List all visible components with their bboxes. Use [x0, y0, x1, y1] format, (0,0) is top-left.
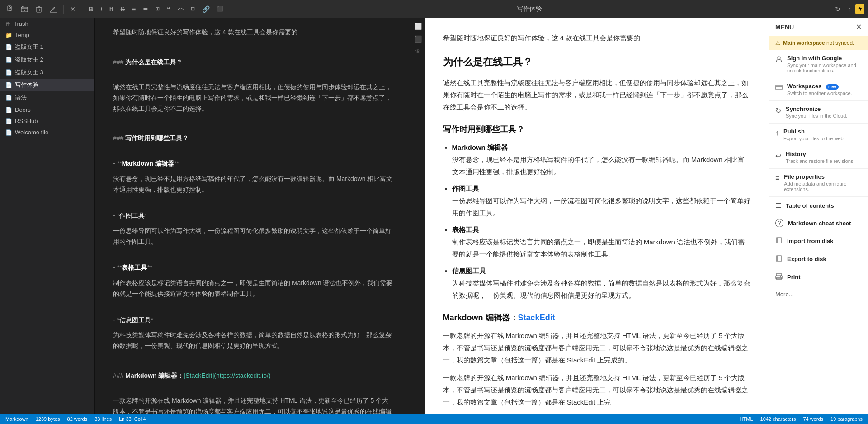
svg-rect-9 [37, 7, 41, 12]
format-heading-button[interactable]: H [107, 4, 116, 14]
file-icon-grammar: 📄 [5, 95, 12, 101]
editor-bullet-3-text: 制作表格应该是标记类语言共同的痛点之一，即便是生而简洁的 Markdown 语法… [113, 278, 393, 300]
list-item-2-title: 作图工具 [452, 185, 479, 192]
menu-item-export[interactable]: Export to disk [769, 250, 868, 268]
format-ordered-button[interactable]: ≣ [140, 4, 151, 14]
list-item-1: Markdown 编辑器 没有悬念，现已经不是用方格纸写稿件的年代了，怎么能没有… [452, 141, 750, 178]
sync-sub: Sync your files in the Cloud. [786, 113, 847, 119]
menu-close-button[interactable]: ✕ [856, 23, 862, 31]
stackedit-link[interactable]: StackEdit [518, 313, 555, 322]
preview-para-3: 一款老牌的开源在线 Markdown 编辑器，并且还完整地支持 HTML 语法，… [443, 372, 750, 408]
sidebar-item-file2[interactable]: 📄 盗版女王 2 [0, 53, 94, 66]
editor-bullet-2: - *作图工具* [113, 210, 393, 221]
menu-item-import[interactable]: Import from disk [769, 232, 868, 250]
preview-para-1: 诚然在线工具完整性与流畅度往往无法与客户端应用相比，但便捷的使用与同步体验却远在… [443, 76, 750, 113]
sidebar-item-welcome[interactable]: 📄 Welcome file [0, 127, 94, 138]
menu-more-button[interactable]: More... [769, 286, 868, 302]
menu-item-synchronize[interactable]: ↻ Synchronize Sync your files in the Clo… [769, 101, 868, 124]
statusbar: Markdown 1239 bytes 82 words 33 lines Ln… [0, 414, 868, 424]
file-icon-welcome: 📄 [5, 129, 12, 136]
editor-heading-2: ### 写作时用到哪些工具？ [113, 133, 393, 144]
menu-item-publish[interactable]: ↑ Publish Export your files to the web. [769, 124, 868, 146]
status-position: Ln 33, Col 4 [119, 416, 146, 422]
menu-item-print[interactable]: Print [769, 268, 868, 286]
close-sidebar-button[interactable]: ✕ [67, 4, 78, 14]
user-icon [775, 56, 783, 65]
format-strike-button[interactable]: S [118, 4, 127, 14]
sidebar-item-temp[interactable]: 📁 Temp [0, 29, 94, 41]
list-item-4-title: 信息图工具 [452, 267, 486, 275]
list-item-3-title: 表格工具 [452, 226, 479, 233]
editor-heading-3: ### Markdown 编辑器：[StackEdit](https://sta… [113, 371, 393, 381]
svg-rect-16 [776, 85, 782, 90]
view-icon-2[interactable]: ⬛ [414, 35, 422, 43]
status-bytes: 1239 bytes [36, 416, 60, 422]
publish-button[interactable]: ↑ [845, 4, 854, 14]
menu-item-file-properties[interactable]: ≡ File properties Add metadata and confi… [769, 169, 868, 197]
publish-sub: Export your files to the web. [783, 136, 845, 141]
sidebar-item-doors[interactable]: 📄 Doors [0, 104, 94, 115]
delete-button[interactable] [33, 4, 45, 14]
menu-panel: MENU ✕ ⚠ Main workspace not synced. Sign… [769, 18, 868, 414]
editor-bullet-4-text: 为科技类媒体写稿件时难免会涉及各种各样的数据，简单的数据自然是以表格的形式为好，… [113, 330, 393, 352]
file-icon-3: 📄 [5, 69, 12, 76]
sidebar-item-grammar[interactable]: 📄 语法 [0, 91, 94, 104]
editor-panel[interactable]: 希望随时随地保证良好的写作体验，这 4 款在线工具会是你需要的 ### 为什么是… [95, 18, 411, 414]
list-item-3-text: 制作表格应该是标记类语言共同的痛点之一，即便是生而简洁的 Markdown 语法… [452, 238, 745, 258]
sidebar-item-rsshub[interactable]: 📄 RSSHub [0, 115, 94, 127]
format-table-button[interactable]: ⊟ [188, 4, 198, 14]
new-file-button[interactable] [4, 4, 16, 14]
publish-title: Publish [783, 128, 845, 135]
format-quote-button[interactable]: ❝ [164, 4, 173, 14]
status-paragraphs: 19 paragraphs [830, 416, 863, 422]
history-title: History [786, 151, 854, 157]
svg-point-15 [778, 57, 780, 59]
history-icon: ↩ [775, 152, 781, 160]
new-folder-button[interactable] [18, 4, 31, 14]
publish-menu-icon: ↑ [775, 129, 779, 137]
format-italic-button[interactable]: I [98, 4, 105, 14]
rename-button[interactable] [47, 4, 60, 14]
editor-bullet-2-text: 一份思维导图可以作为写作大纲，一份流程图可简化很多繁琐的说明文字，这些都依赖于一… [113, 226, 393, 248]
format-bold-button[interactable]: B [86, 4, 96, 14]
format-tasklist-button[interactable]: ⊞ [153, 4, 162, 14]
menu-item-cheatsheet[interactable]: ? Markdown cheat sheet [769, 214, 868, 232]
sidebar-item-trash[interactable]: 🗑 Trash [0, 18, 94, 29]
toolbar-right: ↻ ↑ # [832, 4, 864, 14]
menu-button[interactable]: # [855, 4, 864, 14]
format-image-button[interactable]: ⬛ [214, 4, 226, 14]
menu-item-sign-in[interactable]: Sign in with Google Sync your main works… [769, 50, 868, 78]
svg-point-25 [780, 276, 781, 277]
menu-item-history[interactable]: ↩ History Track and restore file revisio… [769, 146, 868, 169]
sign-in-title: Sign in with Google [787, 55, 862, 62]
editor-bullet-1-text: 没有悬念，现已经不是用方格纸写稿件的年代了，怎么能没有一款编辑器呢。而 Mark… [113, 174, 393, 195]
editor-bullet-1: - **Markdown 编辑器** [113, 158, 393, 169]
format-code-button[interactable]: <> [175, 5, 186, 14]
preview-panel[interactable]: 希望随时随地保证良好的写作体验，这 4 款在线工具会是你需要的 为什么是在线工具… [425, 18, 769, 414]
format-unordered-button[interactable]: ≡ [129, 4, 138, 14]
menu-item-toc[interactable]: ☰ Table of contents [769, 197, 868, 214]
print-icon [775, 273, 783, 281]
menu-header: MENU ✕ [769, 18, 868, 36]
file-properties-sub: Add metadata and configure extensions. [784, 181, 862, 192]
separator-2 [82, 5, 82, 14]
menu-item-workspaces[interactable]: Workspaces new Switch to another workspa… [769, 78, 868, 101]
view-icon-3[interactable]: 👁 [415, 48, 421, 55]
view-split-icon[interactable]: ⬜ [414, 23, 422, 30]
sync-button[interactable]: ↻ [832, 4, 843, 14]
separator-1 [63, 5, 64, 14]
menu-title: MENU [775, 24, 794, 31]
status-type-left: Markdown [5, 416, 28, 422]
sync-title: Synchronize [786, 105, 847, 112]
sidebar-item-file3[interactable]: 📄 盗版女王 3 [0, 66, 94, 79]
file-properties-title: File properties [784, 173, 862, 180]
sidebar-item-active[interactable]: 📄 写作体验 [0, 79, 94, 91]
svg-rect-18 [776, 238, 782, 243]
format-link-button[interactable]: 🔗 [199, 4, 212, 14]
workspaces-icon [775, 84, 783, 93]
status-words-left: 82 words [67, 416, 88, 422]
list-item-3: 表格工具 制作表格应该是标记类语言共同的痛点之一，即便是生而简洁的 Markdo… [452, 224, 750, 260]
editor-heading-1: ### 为什么是在线工具？ [113, 57, 393, 68]
sidebar-item-file1[interactable]: 📄 盗版女王 1 [0, 41, 94, 53]
status-words-right: 74 words [803, 416, 823, 422]
